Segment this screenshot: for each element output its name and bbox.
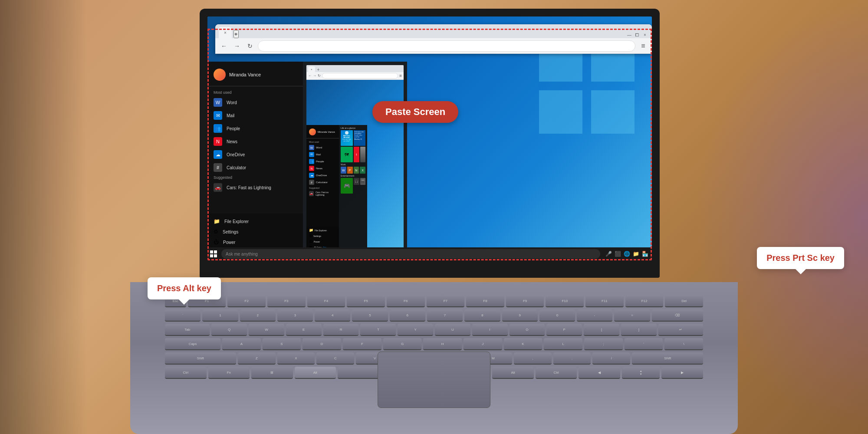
start-menu-item-cars[interactable]: 🚗 Cars: Fast as Lightning bbox=[207, 181, 303, 194]
paste-screen-button[interactable]: Paste Screen bbox=[372, 101, 458, 123]
nested-menu-btn[interactable]: ≡ bbox=[399, 73, 402, 78]
start-menu-user-row[interactable]: Miranda Vance bbox=[207, 65, 303, 86]
key-3[interactable]: 3 bbox=[277, 309, 313, 322]
key-period[interactable]: . bbox=[553, 352, 591, 365]
key-ctrl-right[interactable]: Ctrl bbox=[536, 367, 577, 379]
start-menu-item-onedrive[interactable]: ☁ OneDrive bbox=[207, 148, 303, 161]
nested-flipboard-tile[interactable]: f bbox=[354, 147, 359, 162]
nested-tab-close[interactable]: × bbox=[311, 68, 312, 71]
key-f4[interactable]: F4 bbox=[307, 295, 345, 307]
restore-button[interactable]: ⧠ bbox=[634, 31, 641, 38]
start-menu-item-mail[interactable]: ✉ Mail bbox=[207, 109, 303, 122]
key-f12[interactable]: F12 bbox=[625, 295, 664, 307]
key-f5[interactable]: F5 bbox=[347, 295, 385, 307]
nested-file-explorer[interactable]: 📁 File Explorer bbox=[306, 227, 339, 233]
key-alt-left[interactable]: Alt bbox=[295, 367, 336, 379]
key-slash[interactable]: / bbox=[592, 352, 630, 365]
key-t[interactable]: T bbox=[360, 324, 396, 336]
start-menu-item-settings[interactable]: ⚙ Settings bbox=[207, 227, 303, 237]
key-0[interactable]: 0 bbox=[539, 309, 575, 322]
key-arrow-left[interactable]: ◀ bbox=[579, 367, 620, 379]
key-shift-right[interactable]: Shift bbox=[632, 352, 703, 365]
nested-calendar-tile[interactable]: Interview new consultant Fourth Coffee 4… bbox=[354, 130, 366, 146]
key-arrows-updown[interactable]: ▲ ▼ bbox=[622, 367, 660, 379]
nested-calculator-item[interactable]: # Calculator bbox=[306, 179, 339, 186]
key-k[interactable]: K bbox=[504, 338, 542, 350]
taskbar-store-icon[interactable]: 🏪 bbox=[642, 251, 648, 257]
start-menu-item-word[interactable]: W Word bbox=[207, 96, 303, 109]
key-lbracket[interactable]: [ bbox=[584, 324, 619, 336]
nested-word-tile[interactable]: W bbox=[341, 167, 346, 174]
minimize-button[interactable]: — bbox=[626, 31, 633, 38]
key-enter[interactable]: ↵ bbox=[658, 324, 703, 336]
nested-people-item[interactable]: 👥 People bbox=[306, 158, 339, 165]
key-f10[interactable]: F10 bbox=[546, 295, 584, 307]
nested-headphones-tile[interactable]: 🎧 bbox=[354, 178, 359, 185]
key-7[interactable]: 7 bbox=[427, 309, 463, 322]
nested-onedrive-item[interactable]: ☁ OneDrive bbox=[306, 172, 339, 179]
key-win[interactable]: ⊞ bbox=[251, 367, 293, 379]
forward-button[interactable]: → bbox=[232, 41, 242, 51]
nested-settings[interactable]: ⚙ Settings bbox=[306, 233, 339, 239]
nested-xbox-tile[interactable]: 🎮 bbox=[341, 178, 353, 194]
taskbar-search-bar[interactable]: Ask me anything bbox=[221, 249, 600, 259]
back-button[interactable]: ← bbox=[219, 41, 229, 51]
key-s[interactable]: S bbox=[263, 338, 301, 350]
start-menu-item-power[interactable]: ⏻ Power bbox=[207, 237, 303, 247]
key-backslash[interactable]: \ bbox=[664, 338, 703, 350]
nested-word-item[interactable]: W Word bbox=[306, 144, 339, 151]
browser-menu-button[interactable]: ≡ bbox=[638, 41, 648, 51]
key-f9[interactable]: F9 bbox=[506, 295, 544, 307]
key-backtick[interactable]: ` bbox=[165, 309, 201, 322]
key-f3[interactable]: F3 bbox=[267, 295, 306, 307]
key-o[interactable]: O bbox=[510, 324, 545, 336]
key-4[interactable]: 4 bbox=[315, 309, 350, 322]
nested-film-tile[interactable]: 🎬 bbox=[360, 178, 365, 185]
nested-cortana-tile[interactable]: Welcome Miranda! How can I help you toda… bbox=[341, 130, 353, 146]
key-1[interactable]: 1 bbox=[202, 309, 238, 322]
key-shift-left[interactable]: Shift bbox=[165, 352, 236, 365]
start-menu-item-file-explorer[interactable]: 📁 File Explorer bbox=[207, 216, 303, 227]
key-r[interactable]: R bbox=[323, 324, 359, 336]
nested-onenote-tile[interactable]: N bbox=[354, 167, 359, 174]
nested-new-tab-btn[interactable]: + bbox=[316, 67, 321, 72]
key-z[interactable]: Z bbox=[238, 352, 276, 365]
key-alt-right[interactable]: Alt bbox=[492, 367, 534, 379]
key-6[interactable]: 6 bbox=[390, 309, 425, 322]
taskbar-task-view-icon[interactable]: ⬛ bbox=[615, 251, 621, 257]
nested-news-item[interactable]: N News bbox=[306, 165, 339, 172]
key-q[interactable]: Q bbox=[211, 324, 247, 336]
refresh-button[interactable]: ↻ bbox=[245, 41, 255, 51]
key-arrow-right[interactable]: ▶ bbox=[661, 367, 703, 379]
address-bar[interactable] bbox=[258, 40, 635, 52]
key-p[interactable]: P bbox=[546, 324, 582, 336]
key-f[interactable]: F bbox=[343, 338, 381, 350]
key-equals[interactable]: = bbox=[614, 309, 650, 322]
key-ctrl-left[interactable]: Ctrl bbox=[165, 367, 207, 379]
nested-cars-item[interactable]: 🚗 Cars: Fast as Lightning bbox=[306, 190, 339, 197]
key-f7[interactable]: F7 bbox=[427, 295, 465, 307]
key-minus[interactable]: - bbox=[577, 309, 612, 322]
nested-mail-item[interactable]: ✉ Mail bbox=[306, 151, 339, 158]
key-del[interactable]: Del bbox=[665, 295, 703, 307]
key-fn[interactable]: Fn bbox=[208, 367, 250, 379]
nested-ppt-tile[interactable]: P bbox=[347, 167, 353, 174]
key-f11[interactable]: F11 bbox=[585, 295, 624, 307]
touchpad[interactable] bbox=[378, 352, 490, 408]
start-button[interactable] bbox=[207, 247, 220, 260]
taskbar-edge-icon[interactable]: 🌐 bbox=[624, 251, 630, 257]
key-l[interactable]: L bbox=[544, 338, 582, 350]
browser-tab-active[interactable]: × bbox=[219, 27, 232, 38]
key-f8[interactable]: F8 bbox=[466, 295, 504, 307]
key-backspace[interactable]: ⌫ bbox=[652, 309, 703, 322]
key-d[interactable]: D bbox=[302, 338, 341, 350]
start-menu-item-calculator[interactable]: # Calculator bbox=[207, 161, 303, 174]
key-h[interactable]: H bbox=[423, 338, 462, 350]
nested-back-btn[interactable]: ← bbox=[308, 74, 312, 78]
nested-forward-btn[interactable]: → bbox=[313, 74, 316, 78]
nested-refresh-btn[interactable]: ↻ bbox=[318, 74, 321, 78]
nested-maps-tile[interactable]: 🗺 bbox=[341, 147, 353, 162]
key-capslock[interactable]: Caps bbox=[165, 338, 220, 350]
start-menu-item-people[interactable]: 👥 People bbox=[207, 122, 303, 135]
key-comma[interactable]: , bbox=[514, 352, 552, 365]
